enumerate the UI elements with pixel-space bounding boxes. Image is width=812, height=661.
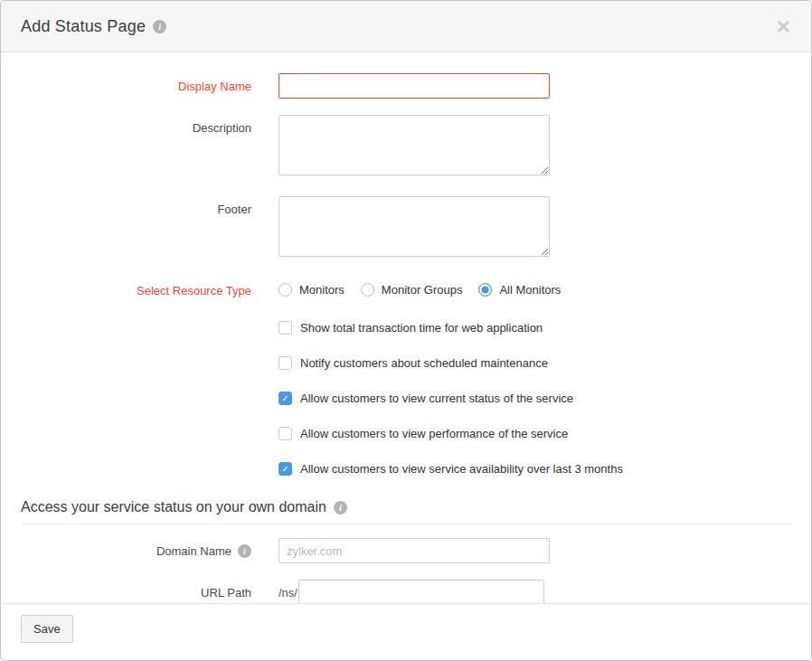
radio-icon-monitors[interactable] bbox=[279, 283, 292, 297]
checkbox-icon-notify-maintenance[interactable]: ✓ bbox=[279, 356, 292, 370]
radio-icon-monitor-groups[interactable] bbox=[361, 283, 374, 297]
domain-name-label: Domain Name bbox=[156, 544, 231, 558]
resource-type-radio-group: Monitors Monitor Groups All Monitors bbox=[279, 283, 561, 297]
radio-icon-all-monitors[interactable] bbox=[478, 283, 492, 297]
checkbox-row-view-current-status[interactable]: ✓ Allow customers to view current status… bbox=[279, 392, 811, 405]
dialog-title: Add Status Page bbox=[21, 17, 146, 36]
checkbox-label-view-performance: Allow customers to view performance of t… bbox=[300, 427, 568, 440]
checkbox-label-view-availability: Allow customers to view service availabi… bbox=[300, 462, 623, 476]
url-path-input[interactable] bbox=[298, 580, 544, 603]
display-name-row: Display Name bbox=[1, 73, 811, 99]
checkbox-icon-transaction-time[interactable]: ✓ bbox=[279, 321, 292, 335]
display-name-input[interactable] bbox=[279, 73, 550, 99]
url-path-label: URL Path bbox=[1, 580, 251, 600]
description-textarea[interactable] bbox=[279, 115, 550, 175]
resource-type-row: Select Resource Type Monitors Monitor Gr… bbox=[1, 278, 811, 297]
footer-textarea[interactable] bbox=[279, 196, 550, 257]
domain-section-info-icon[interactable]: i bbox=[334, 501, 347, 515]
checkbox-row-transaction-time[interactable]: ✓ Show total transaction time for web ap… bbox=[279, 321, 811, 335]
radio-option-all-monitors[interactable]: All Monitors bbox=[478, 283, 561, 297]
checkbox-label-view-current-status: Allow customers to view current status o… bbox=[300, 392, 573, 405]
footer-field-label: Footer bbox=[1, 196, 251, 216]
domain-section-header: Access your service status on your own d… bbox=[21, 499, 791, 524]
url-path-row: URL Path /ns/ bbox=[1, 580, 811, 603]
radio-label-monitor-groups: Monitor Groups bbox=[382, 283, 463, 297]
radio-label-all-monitors: All Monitors bbox=[499, 283, 561, 297]
checkbox-icon-view-availability[interactable]: ✓ bbox=[279, 462, 292, 476]
dialog-footer: Save bbox=[1, 603, 811, 660]
checkbox-row-notify-maintenance[interactable]: ✓ Notify customers about scheduled maint… bbox=[279, 356, 811, 370]
checkbox-label-transaction-time: Show total transaction time for web appl… bbox=[300, 321, 543, 335]
resource-type-label: Select Resource Type bbox=[1, 282, 251, 297]
display-name-label: Display Name bbox=[1, 73, 251, 93]
url-path-prefix: /ns/ bbox=[279, 586, 297, 600]
options-checkbox-block: ✓ Show total transaction time for web ap… bbox=[279, 321, 811, 476]
close-icon[interactable]: ✕ bbox=[775, 17, 791, 36]
title-info-icon[interactable]: i bbox=[153, 20, 166, 33]
domain-name-info-icon[interactable]: i bbox=[238, 544, 251, 558]
domain-name-input[interactable] bbox=[279, 538, 550, 563]
radio-option-monitors[interactable]: Monitors bbox=[279, 283, 345, 297]
domain-name-row: Domain Name i bbox=[1, 538, 811, 563]
radio-label-monitors: Monitors bbox=[299, 283, 345, 297]
checkbox-row-view-availability[interactable]: ✓ Allow customers to view service availa… bbox=[279, 462, 811, 476]
dialog-header: Add Status Page i ✕ bbox=[1, 1, 811, 52]
domain-section-rows: Domain Name i URL Path /ns/ bbox=[1, 538, 811, 603]
checkbox-icon-view-current-status[interactable]: ✓ bbox=[279, 392, 292, 405]
description-row: Description bbox=[1, 115, 811, 179]
radio-option-monitor-groups[interactable]: Monitor Groups bbox=[361, 283, 463, 297]
checkbox-label-notify-maintenance: Notify customers about scheduled mainten… bbox=[300, 356, 548, 370]
footer-field-row: Footer bbox=[1, 196, 811, 260]
checkbox-row-view-performance[interactable]: ✓ Allow customers to view performance of… bbox=[279, 427, 811, 440]
checkbox-icon-view-performance[interactable]: ✓ bbox=[279, 427, 292, 440]
save-button[interactable]: Save bbox=[21, 615, 73, 643]
domain-section-title: Access your service status on your own d… bbox=[21, 499, 326, 515]
add-status-page-dialog: Add Status Page i ✕ Display Name Descrip… bbox=[0, 0, 812, 661]
description-label: Description bbox=[1, 115, 251, 135]
dialog-body: Display Name Description Footer Select R… bbox=[1, 52, 811, 603]
